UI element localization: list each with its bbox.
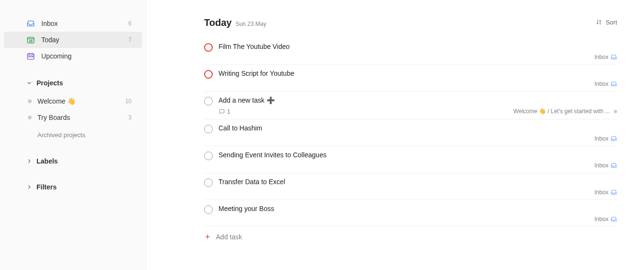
task-checkbox[interactable]: [204, 97, 213, 106]
sort-button[interactable]: Sort: [595, 18, 617, 26]
task-title[interactable]: Sending Event Invites to Colleagues: [219, 151, 327, 159]
project-count: 10: [125, 98, 132, 105]
inbox-icon: [610, 162, 617, 169]
inbox-icon: [610, 216, 617, 223]
sidebar: Inbox 6 23 Today 7 Upcoming Projects Wel…: [0, 0, 146, 270]
task-project-chip[interactable]: Inbox: [595, 135, 617, 142]
task-title[interactable]: Call to Hashim: [219, 124, 262, 132]
task-project-label: Welcome 👋 / Let's get started with ...: [513, 108, 610, 115]
svg-rect-4: [30, 56, 31, 57]
task-project-label: Inbox: [595, 162, 608, 169]
task-project-chip[interactable]: Inbox: [595, 216, 617, 223]
task-comment-badge[interactable]: 1: [219, 108, 231, 115]
comment-count: 1: [227, 108, 231, 115]
task-checkbox[interactable]: [204, 178, 213, 187]
task-project-label: Inbox: [595, 54, 608, 60]
task-checkbox[interactable]: [204, 43, 213, 52]
project-label: Welcome 👋: [37, 97, 75, 105]
project-bullet-icon: [28, 116, 32, 119]
header: Today Sun 23 May Sort: [204, 17, 617, 28]
task-project-label: Inbox: [595, 135, 608, 142]
sidebar-item-count: 7: [128, 36, 132, 43]
task-project-label: Inbox: [595, 189, 608, 196]
sidebar-item-count: 6: [128, 20, 132, 27]
task-title[interactable]: Transfer Data to Excel: [219, 178, 285, 186]
task-item[interactable]: Meeting your Boss Inbox: [204, 200, 617, 227]
calendar-upcoming-icon: [26, 51, 36, 61]
filters-header[interactable]: Filters: [4, 180, 142, 194]
task-checkbox[interactable]: [204, 125, 213, 133]
sidebar-item-label: Inbox: [41, 20, 58, 27]
section-label: Labels: [36, 157, 58, 165]
projects-header[interactable]: Projects: [4, 76, 142, 90]
task-item[interactable]: Film The Youtube Video Inbox: [204, 38, 617, 65]
task-project-label: Inbox: [595, 81, 608, 87]
svg-text:23: 23: [29, 39, 33, 43]
task-project-label: Inbox: [595, 216, 608, 223]
svg-rect-5: [32, 56, 33, 57]
labels-header[interactable]: Labels: [4, 154, 142, 168]
sidebar-item-today[interactable]: 23 Today 7: [4, 32, 142, 48]
add-task-button[interactable]: + Add task: [204, 227, 617, 241]
page-title: Today: [204, 17, 231, 28]
task-project-chip[interactable]: Inbox: [595, 162, 617, 169]
sort-label: Sort: [606, 19, 617, 26]
project-bullet-icon: [614, 110, 617, 113]
chevron-right-icon: [26, 184, 33, 190]
sidebar-project-welcome[interactable]: Welcome 👋 10: [4, 93, 142, 109]
task-project-chip[interactable]: Welcome 👋 / Let's get started with ...: [513, 108, 617, 115]
calendar-today-icon: 23: [26, 35, 36, 45]
task-list: Film The Youtube Video Inbox Writing Scr…: [204, 38, 617, 227]
task-title[interactable]: Film The Youtube Video: [219, 43, 290, 50]
task-project-chip[interactable]: Inbox: [595, 54, 617, 60]
section-label: Filters: [36, 183, 57, 191]
section-label: Projects: [36, 79, 63, 87]
comment-icon: [219, 108, 225, 115]
page-date: Sun 23 May: [235, 21, 266, 27]
task-item[interactable]: Add a new task ➕ 1 Welcome 👋 / Let's get…: [204, 92, 617, 119]
project-count: 3: [128, 114, 132, 121]
inbox-icon: [610, 135, 617, 142]
main-content: Today Sun 23 May Sort Film The Youtube V…: [146, 0, 644, 270]
task-checkbox[interactable]: [204, 152, 213, 160]
task-checkbox[interactable]: [204, 205, 213, 214]
inbox-icon: [26, 19, 36, 28]
task-project-chip[interactable]: Inbox: [595, 189, 617, 196]
task-item[interactable]: Sending Event Invites to Colleagues Inbo…: [204, 146, 617, 173]
sidebar-item-upcoming[interactable]: Upcoming: [4, 48, 142, 64]
task-checkbox[interactable]: [204, 70, 213, 79]
archived-label: Archived projects: [37, 131, 85, 139]
inbox-icon: [610, 81, 617, 87]
sidebar-item-label: Today: [41, 36, 59, 44]
sidebar-project-try-boards[interactable]: Try Boards 3: [4, 109, 142, 126]
task-item[interactable]: Call to Hashim Inbox: [204, 119, 617, 146]
task-item[interactable]: Writing Script for Youtube Inbox: [204, 65, 617, 92]
inbox-icon: [610, 54, 617, 60]
svg-rect-3: [29, 56, 30, 57]
inbox-icon: [610, 189, 617, 196]
project-bullet-icon: [28, 99, 32, 103]
plus-icon: +: [205, 233, 210, 241]
task-title[interactable]: Add a new task ➕: [219, 96, 275, 104]
task-title[interactable]: Meeting your Boss: [219, 205, 274, 212]
chevron-down-icon: [26, 80, 33, 86]
task-title[interactable]: Writing Script for Youtube: [219, 70, 294, 77]
chevron-right-icon: [26, 158, 33, 164]
project-label: Try Boards: [37, 114, 70, 121]
sidebar-item-label: Upcoming: [41, 52, 72, 60]
sort-icon: [595, 18, 603, 26]
sidebar-item-inbox[interactable]: Inbox 6: [4, 15, 142, 32]
add-task-label: Add task: [216, 233, 242, 241]
task-item[interactable]: Transfer Data to Excel Inbox: [204, 173, 617, 200]
archived-projects-link[interactable]: Archived projects: [4, 126, 142, 139]
task-project-chip[interactable]: Inbox: [595, 81, 617, 87]
